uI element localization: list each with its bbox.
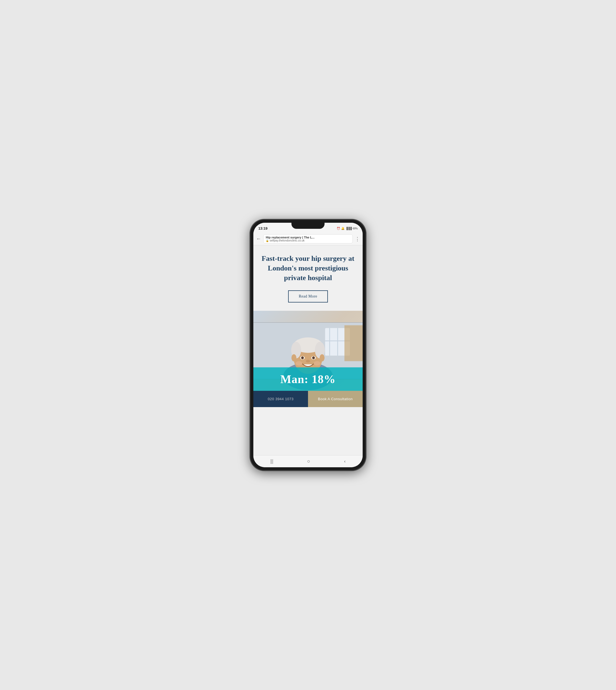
phone-device: 13:19 ⏰ 🔔 ▐▐▐ 69% ← Hip replacement surg… — [250, 219, 366, 471]
svg-point-20 — [320, 354, 325, 361]
back-button[interactable]: ‹ — [344, 459, 346, 464]
svg-point-22 — [314, 361, 321, 366]
svg-rect-5 — [337, 328, 338, 356]
overlay-stat-text: Man: 18% — [280, 373, 336, 386]
url-text: selfpay.thelondonclinic.co.uk — [270, 239, 305, 242]
browser-page-title: Hip replacement surgery | The L... — [266, 236, 350, 239]
svg-rect-7 — [345, 326, 362, 361]
svg-rect-4 — [329, 328, 330, 356]
status-time: 13:19 — [258, 226, 267, 230]
web-content: Fast-track your hip surgery at London's … — [254, 245, 362, 455]
cta-phone-button[interactable]: 020 3944 1073 — [254, 391, 308, 407]
phone-notch — [291, 223, 325, 229]
hero-title: Fast-track your hip surgery at London's … — [260, 254, 356, 283]
browser-menu-button[interactable]: ⋮ — [355, 236, 360, 242]
svg-point-21 — [295, 361, 302, 366]
svg-point-19 — [291, 354, 296, 361]
sound-icon: 🔔 — [341, 227, 345, 230]
photo-section: Man: 18% — [254, 311, 362, 391]
home-button[interactable]: ○ — [307, 459, 310, 464]
teal-overlay: Man: 18% — [254, 368, 362, 391]
svg-point-17 — [312, 357, 315, 359]
bottom-nav: ||| ○ ‹ — [254, 455, 362, 467]
browser-address-bar[interactable]: Hip replacement surgery | The L... 🔒 sel… — [263, 234, 353, 243]
cta-bar: 020 3944 1073 Book A Consultation — [254, 391, 362, 407]
lock-icon: 🔒 — [266, 239, 269, 242]
battery-text: 69% — [353, 227, 358, 230]
status-icons: ⏰ 🔔 ▐▐▐ 69% — [337, 227, 358, 230]
consult-label: Book A Consultation — [318, 397, 353, 401]
browser-back-button[interactable]: ← — [256, 236, 261, 242]
svg-point-16 — [301, 357, 304, 359]
browser-url-bar: 🔒 selfpay.thelondonclinic.co.uk — [266, 239, 350, 242]
browser-bar: ← Hip replacement surgery | The L... 🔒 s… — [254, 233, 362, 245]
hero-section: Fast-track your hip surgery at London's … — [254, 245, 362, 311]
signal-icon: ▐▐▐ — [346, 227, 351, 230]
recent-apps-button[interactable]: ||| — [270, 459, 273, 464]
phone-number: 020 3944 1073 — [268, 397, 293, 401]
cta-consultation-button[interactable]: Book A Consultation — [308, 391, 362, 407]
read-more-button[interactable]: Read More — [288, 290, 328, 303]
alarm-icon: ⏰ — [337, 227, 340, 230]
svg-point-18 — [306, 360, 310, 363]
phone-screen: 13:19 ⏰ 🔔 ▐▐▐ 69% ← Hip replacement surg… — [254, 223, 362, 467]
